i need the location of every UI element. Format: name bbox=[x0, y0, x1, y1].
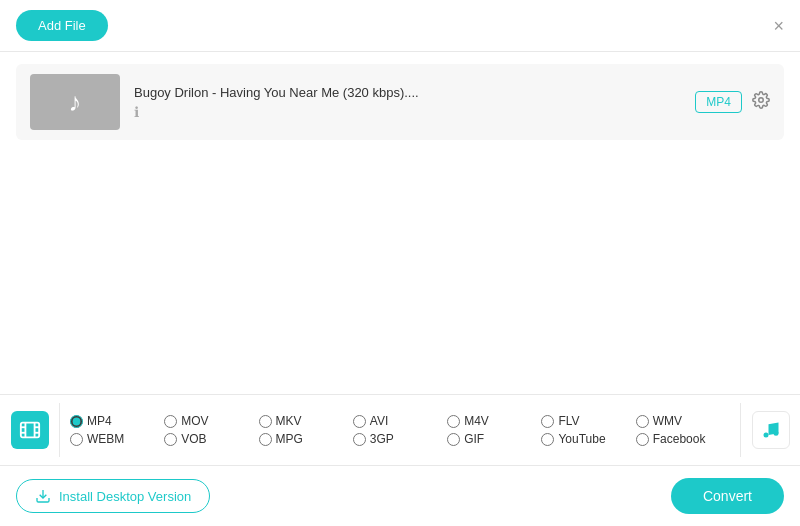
radio-3gp[interactable] bbox=[353, 433, 366, 446]
top-bar: Add File × bbox=[0, 0, 800, 52]
radio-gif[interactable] bbox=[447, 433, 460, 446]
format-option-mkv[interactable]: MKV bbox=[259, 414, 353, 428]
radio-webm[interactable] bbox=[70, 433, 83, 446]
format-label-m4v: M4V bbox=[464, 414, 489, 428]
format-label-mp4: MP4 bbox=[87, 414, 112, 428]
radio-facebook[interactable] bbox=[636, 433, 649, 446]
file-name: Bugoy Drilon - Having You Near Me (320 k… bbox=[134, 85, 681, 100]
radio-m4v[interactable] bbox=[447, 415, 460, 428]
format-option-youtube[interactable]: YouTube bbox=[541, 432, 635, 446]
music-format-icon-area[interactable] bbox=[740, 403, 800, 457]
footer: Install Desktop Version Convert bbox=[0, 466, 800, 526]
svg-point-9 bbox=[773, 431, 778, 436]
radio-youtube[interactable] bbox=[541, 433, 554, 446]
download-icon bbox=[35, 488, 51, 504]
format-options: MP4 MOV MKV AVI M4V FLV WMV WEBM bbox=[60, 408, 740, 452]
format-option-avi[interactable]: AVI bbox=[353, 414, 447, 428]
file-actions: MP4 bbox=[695, 91, 770, 114]
format-label-mpg: MPG bbox=[276, 432, 303, 446]
format-label-facebook: Facebook bbox=[653, 432, 706, 446]
format-label-avi: AVI bbox=[370, 414, 388, 428]
format-label-3gp: 3GP bbox=[370, 432, 394, 446]
format-label-vob: VOB bbox=[181, 432, 206, 446]
file-item: ♪ Bugoy Drilon - Having You Near Me (320… bbox=[16, 64, 784, 140]
info-icon[interactable]: ℹ bbox=[134, 104, 681, 120]
install-label: Install Desktop Version bbox=[59, 489, 191, 504]
format-label-gif: GIF bbox=[464, 432, 484, 446]
format-label-mkv: MKV bbox=[276, 414, 302, 428]
file-list-area: ♪ Bugoy Drilon - Having You Near Me (320… bbox=[0, 52, 800, 352]
file-thumbnail: ♪ bbox=[30, 74, 120, 130]
format-label-flv: FLV bbox=[558, 414, 579, 428]
radio-mp4[interactable] bbox=[70, 415, 83, 428]
radio-mkv[interactable] bbox=[259, 415, 272, 428]
close-button[interactable]: × bbox=[773, 17, 784, 35]
format-option-mp4[interactable]: MP4 bbox=[70, 414, 164, 428]
format-label-mov: MOV bbox=[181, 414, 208, 428]
file-info: Bugoy Drilon - Having You Near Me (320 k… bbox=[134, 85, 681, 120]
radio-wmv[interactable] bbox=[636, 415, 649, 428]
svg-rect-1 bbox=[20, 423, 38, 438]
format-label-webm: WEBM bbox=[87, 432, 124, 446]
radio-vob[interactable] bbox=[164, 433, 177, 446]
svg-point-8 bbox=[763, 433, 768, 438]
format-option-3gp[interactable]: 3GP bbox=[353, 432, 447, 446]
svg-point-0 bbox=[759, 97, 764, 102]
add-file-button[interactable]: Add File bbox=[16, 10, 108, 41]
format-label-wmv: WMV bbox=[653, 414, 682, 428]
radio-mov[interactable] bbox=[164, 415, 177, 428]
format-video-icon-area[interactable] bbox=[0, 403, 60, 457]
convert-button[interactable]: Convert bbox=[671, 478, 784, 514]
format-badge: MP4 bbox=[695, 91, 742, 113]
music-note-icon bbox=[752, 411, 790, 449]
film-icon bbox=[11, 411, 49, 449]
radio-flv[interactable] bbox=[541, 415, 554, 428]
format-option-flv[interactable]: FLV bbox=[541, 414, 635, 428]
format-label-youtube: YouTube bbox=[558, 432, 605, 446]
format-option-vob[interactable]: VOB bbox=[164, 432, 258, 446]
radio-mpg[interactable] bbox=[259, 433, 272, 446]
settings-button[interactable] bbox=[752, 91, 770, 114]
format-option-mpg[interactable]: MPG bbox=[259, 432, 353, 446]
radio-avi[interactable] bbox=[353, 415, 366, 428]
music-icon: ♪ bbox=[69, 87, 82, 118]
format-option-m4v[interactable]: M4V bbox=[447, 414, 541, 428]
format-option-gif[interactable]: GIF bbox=[447, 432, 541, 446]
install-button[interactable]: Install Desktop Version bbox=[16, 479, 210, 513]
format-option-wmv[interactable]: WMV bbox=[636, 414, 730, 428]
format-option-mov[interactable]: MOV bbox=[164, 414, 258, 428]
format-bar: MP4 MOV MKV AVI M4V FLV WMV WEBM bbox=[0, 394, 800, 466]
format-option-facebook[interactable]: Facebook bbox=[636, 432, 730, 446]
format-option-webm[interactable]: WEBM bbox=[70, 432, 164, 446]
